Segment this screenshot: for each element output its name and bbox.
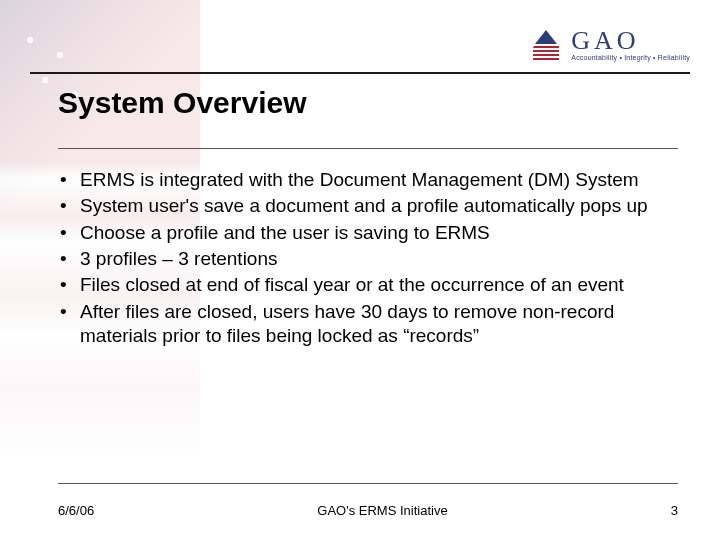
gao-logo-text: GAO Accountability • Integrity • Reliabi… [571, 28, 690, 61]
footer-title: GAO's ERMS Initiative [94, 503, 671, 518]
footer-page-number: 3 [671, 503, 678, 518]
gao-logo-icon [529, 30, 563, 60]
list-item: ERMS is integrated with the Document Man… [58, 168, 668, 192]
list-item: After files are closed, users have 30 da… [58, 300, 668, 349]
logo-tagline: Accountability • Integrity • Reliability [571, 54, 690, 61]
bullet-list: ERMS is integrated with the Document Man… [58, 168, 668, 350]
divider-footer [58, 483, 678, 484]
list-item: 3 profiles – 3 retentions [58, 247, 668, 271]
list-item: System user's save a document and a prof… [58, 194, 668, 218]
footer-date: 6/6/06 [58, 503, 94, 518]
slide-footer: 6/6/06 GAO's ERMS Initiative 3 [58, 503, 678, 518]
list-item: Choose a profile and the user is saving … [58, 221, 668, 245]
divider-under-title [58, 148, 678, 149]
list-item: Files closed at end of fiscal year or at… [58, 273, 668, 297]
logo-acronym: GAO [571, 28, 639, 54]
header-logo-block: GAO Accountability • Integrity • Reliabi… [529, 28, 690, 61]
slide-title: System Overview [58, 86, 306, 120]
divider-top [30, 72, 690, 74]
